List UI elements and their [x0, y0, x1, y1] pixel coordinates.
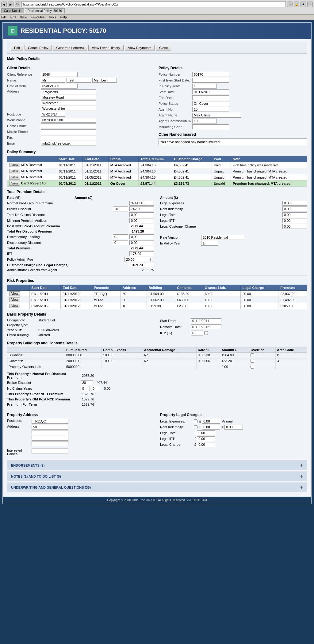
prop-owners-override-checkbox[interactable]: [251, 365, 254, 369]
marketing-code-input[interactable]: [192, 124, 229, 129]
rent-indemnity-annual-input[interactable]: [224, 425, 243, 430]
buildings-override-checkbox[interactable]: [251, 353, 254, 357]
risk-view-button-1[interactable]: View: [9, 297, 20, 302]
min-premium-input[interactable]: [129, 218, 154, 223]
disc-discount-rate-input[interactable]: [113, 240, 128, 245]
ipt-basic-input[interactable]: [191, 331, 203, 335]
address-line-3[interactable]: [41, 100, 96, 105]
prop-broker-discount-rate-input[interactable]: [81, 380, 93, 385]
broker-discount-rate-input[interactable]: [113, 206, 128, 211]
fax-input[interactable]: [41, 135, 96, 140]
ipt-basic-checkbox[interactable]: [204, 331, 208, 335]
rent-indemnity-amount-input[interactable]: [202, 425, 220, 430]
agent-commission-input[interactable]: [192, 119, 217, 123]
risk-view-button-0[interactable]: View: [9, 291, 20, 296]
view-payments-button[interactable]: View Payments: [125, 45, 155, 51]
contents-override-checkbox[interactable]: [251, 359, 254, 363]
legal-total-amount-input[interactable]: [197, 430, 215, 435]
policy-admin-checkbox[interactable]: [150, 258, 154, 261]
first-ever-start-label: First Ever Start Date:: [159, 78, 192, 82]
menu-tools[interactable]: Tools: [48, 15, 56, 19]
prop-address-input-3[interactable]: [32, 436, 68, 441]
broker-discount-amount-input[interactable]: [129, 206, 154, 211]
name-title-input[interactable]: [41, 78, 65, 83]
in-policy-year-input[interactable]: [192, 84, 217, 89]
interested-parties-input[interactable]: [32, 449, 68, 453]
legal-expenses-amount-input[interactable]: [202, 419, 220, 424]
view-button-1[interactable]: View: [9, 169, 20, 173]
prop-address-input-1[interactable]: [32, 425, 68, 430]
tab-residential-policy[interactable]: Residential Policy: 50170: [25, 8, 65, 13]
work-phone-input[interactable]: [41, 118, 96, 123]
rent-indemnity-checkbox[interactable]: [194, 425, 197, 429]
generate-letters-button[interactable]: Generate Letter(s): [53, 45, 87, 51]
email-input[interactable]: [41, 141, 96, 146]
in-policy-year-right-input[interactable]: [201, 241, 218, 246]
disc-discount-amount-input[interactable]: [129, 240, 154, 245]
ipt-input[interactable]: [129, 251, 154, 256]
normal-pre-discount-input[interactable]: [129, 201, 154, 206]
postcode-input[interactable]: [41, 112, 65, 117]
menu-view[interactable]: View: [20, 15, 27, 19]
no-claims-years-input2[interactable]: [91, 386, 100, 391]
tab-case-details[interactable]: Case Details: [1, 8, 24, 13]
legal-total-input[interactable]: [282, 212, 307, 217]
back-button[interactable]: ◀: [1, 2, 7, 7]
policy-status-input[interactable]: [192, 101, 229, 106]
view-button-2[interactable]: View: [9, 175, 20, 180]
menu-edit[interactable]: Edit: [10, 15, 16, 19]
dob-input[interactable]: [41, 84, 78, 89]
close-button[interactable]: Close: [156, 45, 171, 51]
start-date-basic-input[interactable]: [191, 318, 221, 323]
policy-number-input[interactable]: [192, 72, 229, 77]
name-last-input[interactable]: [92, 78, 117, 83]
start-date-input[interactable]: [192, 89, 229, 94]
legal-customer-charge-input[interactable]: [282, 224, 307, 229]
notes-header[interactable]: NOTES (1) AND TO-DO LIST (0) +: [7, 472, 307, 481]
prop-postcode-input[interactable]: [32, 419, 68, 424]
home-phone-input[interactable]: [41, 123, 96, 128]
rate-version-input[interactable]: [201, 235, 244, 240]
cancel-policy-button[interactable]: Cancel Policy: [25, 45, 52, 51]
menu-file[interactable]: File: [1, 15, 7, 19]
underwriting-header[interactable]: UNDERWRITING AND GENERAL QUESTIONS (35) …: [7, 483, 307, 492]
forward-button[interactable]: ▶: [8, 2, 13, 7]
go-button[interactable]: →: [287, 2, 293, 7]
remove-date-input[interactable]: [191, 324, 221, 329]
risk-view-button-2[interactable]: View: [9, 304, 20, 308]
no-claims-years-label: No Claims Years: [7, 387, 81, 390]
agent-no-input[interactable]: [192, 107, 229, 112]
refresh-button[interactable]: ↻: [15, 2, 20, 7]
url-bar[interactable]: [21, 1, 286, 7]
view-letter-history-button[interactable]: View Letter History: [88, 45, 123, 51]
legal-ipt-amount-input[interactable]: [197, 436, 215, 441]
address-line-2[interactable]: [41, 95, 96, 100]
no-claims-years-input1[interactable]: [81, 386, 90, 391]
total-no-claims-input[interactable]: [129, 212, 154, 217]
client-ref-input[interactable]: [41, 72, 78, 77]
mobile-phone-input[interactable]: [41, 129, 96, 134]
legal-expenses-input[interactable]: [282, 201, 307, 206]
end-date-input[interactable]: [192, 95, 229, 100]
menu-help[interactable]: Help: [60, 15, 67, 19]
agent-name-input[interactable]: [192, 113, 241, 118]
endorsements-header[interactable]: ENDORSEMENTS (2) +: [7, 461, 307, 470]
prop-address-input-2[interactable]: [32, 430, 68, 435]
prop-address-input-4[interactable]: [32, 441, 68, 446]
address-line-4[interactable]: [41, 106, 96, 111]
menu-favorites[interactable]: Favorites: [31, 15, 44, 19]
rent-indemnity-input[interactable]: [282, 206, 307, 211]
legal-charge-amount-input[interactable]: [197, 442, 215, 447]
edit-button[interactable]: Edit: [11, 45, 23, 51]
disc-loading-rate-input[interactable]: [113, 234, 128, 239]
view-button-0[interactable]: View: [9, 163, 20, 167]
view-button-3[interactable]: View: [9, 181, 20, 186]
policy-admin-input[interactable]: [124, 257, 149, 262]
disc-loading-amount-input[interactable]: [129, 234, 154, 239]
address-line-1[interactable]: [41, 89, 96, 94]
close-tab-icon[interactable]: ✕: [307, 2, 313, 7]
legal-expenses-checkbox[interactable]: [194, 419, 197, 423]
first-ever-start-input[interactable]: [192, 78, 229, 83]
legal-ipt-input[interactable]: [282, 218, 307, 223]
name-first-input[interactable]: [67, 78, 91, 83]
